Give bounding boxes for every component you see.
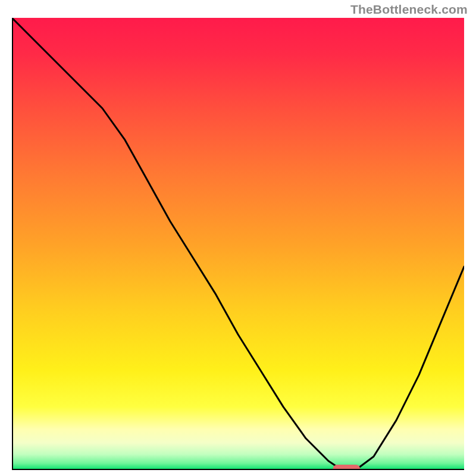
bottleneck-chart: [12, 18, 464, 470]
chart-svg: [12, 18, 464, 470]
attribution-text: TheBottleneck.com: [350, 2, 468, 17]
